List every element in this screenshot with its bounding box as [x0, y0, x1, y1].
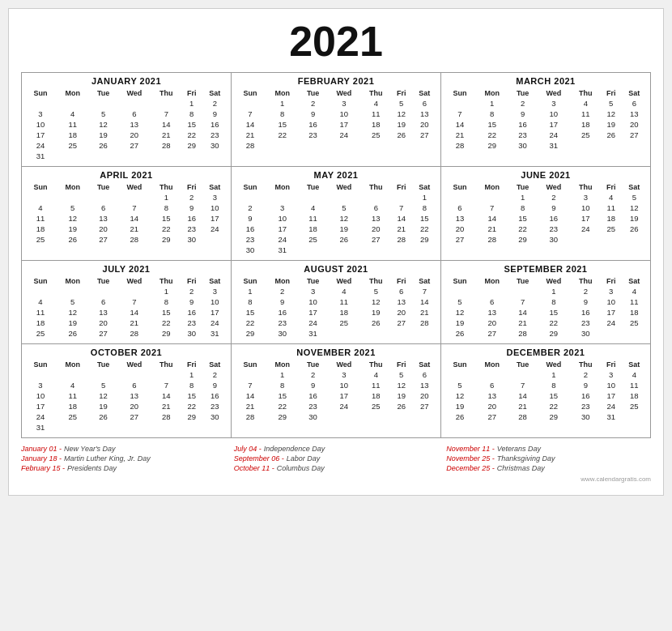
cal-day: 23 [299, 130, 326, 140]
cal-day: 16 [181, 307, 202, 318]
cal-day: 22 [181, 401, 202, 411]
cal-day: 22 [235, 318, 266, 328]
cal-day: 12 [56, 213, 89, 224]
day-header-thu: Thu [361, 276, 391, 286]
cal-day: 30 [537, 234, 571, 245]
holiday-name: Independence Day [264, 445, 325, 453]
day-header-tue: Tue [508, 182, 536, 192]
cal-day: 22 [537, 401, 571, 411]
cal-day: 28 [412, 318, 437, 328]
cal-day: 6 [444, 203, 475, 213]
day-header-fri: Fri [181, 276, 202, 286]
day-header-wed: Wed [117, 360, 151, 369]
cal-day [117, 151, 151, 161]
cal-day: 27 [117, 140, 151, 151]
holiday-name: Columbus Day [277, 464, 325, 472]
holiday-item: January 01 - New Year's Day [21, 445, 226, 453]
day-header-thu: Thu [361, 88, 391, 98]
cal-day: 24 [202, 224, 228, 234]
day-header-sat: Sat [202, 276, 228, 286]
day-header-sat: Sat [202, 182, 228, 192]
cal-day: 4 [361, 369, 391, 380]
day-header-tue: Tue [89, 182, 117, 192]
cal-day: 7 [412, 286, 437, 296]
cal-day: 8 [235, 296, 266, 307]
cal-day: 19 [601, 119, 622, 130]
cal-day: 8 [537, 380, 571, 390]
cal-day: 23 [508, 130, 536, 140]
cal-day [89, 369, 117, 380]
cal-day: 2 [571, 369, 601, 380]
cal-day: 27 [117, 411, 151, 422]
day-header-fri: Fri [601, 276, 622, 286]
day-header-sun: Sun [444, 276, 475, 286]
cal-day [391, 192, 412, 203]
cal-day: 7 [151, 109, 181, 119]
cal-day: 28 [508, 411, 536, 422]
day-header-wed: Wed [327, 360, 361, 369]
holiday-item: November 11 - Veterans Day [446, 445, 651, 453]
cal-day: 7 [508, 296, 536, 307]
holiday-date: October 11 - [234, 464, 274, 472]
cal-day: 21 [117, 318, 151, 328]
cal-day: 3 [537, 98, 571, 109]
cal-day [56, 151, 89, 161]
month-block-6: JUNE 2021SunMonTueWedThuFriSat1234567891… [441, 167, 651, 261]
cal-day: 30 [571, 328, 601, 339]
cal-day: 30 [202, 140, 228, 151]
cal-day: 25 [622, 318, 647, 328]
cal-day: 2 [571, 286, 601, 296]
cal-day: 9 [537, 203, 571, 213]
day-header-wed: Wed [537, 360, 571, 369]
cal-day: 23 [202, 401, 228, 411]
day-header-mon: Mon [475, 182, 508, 192]
day-header-sat: Sat [622, 276, 647, 286]
cal-day: 16 [537, 213, 571, 224]
cal-day [361, 411, 391, 422]
cal-day: 6 [117, 109, 151, 119]
day-header-wed: Wed [537, 88, 571, 98]
cal-day: 10 [266, 213, 299, 224]
day-header-thu: Thu [571, 360, 601, 369]
cal-day [475, 286, 508, 296]
cal-day: 20 [475, 401, 508, 411]
month-block-7: JULY 2021SunMonTueWedThuFriSat1234567891… [22, 261, 232, 344]
cal-day [622, 328, 647, 339]
cal-day: 23 [571, 401, 601, 411]
cal-day: 24 [327, 130, 361, 140]
cal-day: 3 [601, 286, 622, 296]
cal-day: 13 [89, 213, 117, 224]
cal-day: 18 [56, 130, 89, 140]
cal-day: 15 [181, 390, 202, 401]
cal-day: 29 [537, 411, 571, 422]
day-header-fri: Fri [181, 360, 202, 369]
day-header-fri: Fri [181, 182, 202, 192]
cal-day: 21 [391, 224, 412, 234]
day-header-mon: Mon [266, 182, 299, 192]
cal-day: 30 [571, 411, 601, 422]
day-header-tue: Tue [299, 182, 326, 192]
cal-day: 14 [508, 307, 536, 318]
cal-day: 8 [475, 109, 508, 119]
holiday-date: July 04 - [234, 445, 262, 453]
cal-day: 15 [266, 119, 299, 130]
cal-day [151, 151, 181, 161]
cal-day: 6 [361, 203, 391, 213]
cal-day: 4 [299, 203, 326, 213]
day-header-sun: Sun [235, 182, 266, 192]
cal-day: 14 [117, 213, 151, 224]
holiday-name: Veterans Day [497, 445, 541, 453]
cal-day: 12 [56, 307, 89, 318]
cal-day: 10 [202, 203, 228, 213]
cal-day: 18 [327, 307, 361, 318]
cal-day: 27 [475, 328, 508, 339]
cal-day: 23 [181, 318, 202, 328]
cal-day: 25 [25, 234, 56, 245]
cal-day: 15 [475, 119, 508, 130]
cal-day: 20 [412, 390, 437, 401]
cal-day: 25 [601, 224, 622, 234]
cal-day: 20 [89, 224, 117, 234]
cal-day: 6 [475, 380, 508, 390]
cal-day [361, 245, 391, 255]
day-header-mon: Mon [56, 276, 89, 286]
